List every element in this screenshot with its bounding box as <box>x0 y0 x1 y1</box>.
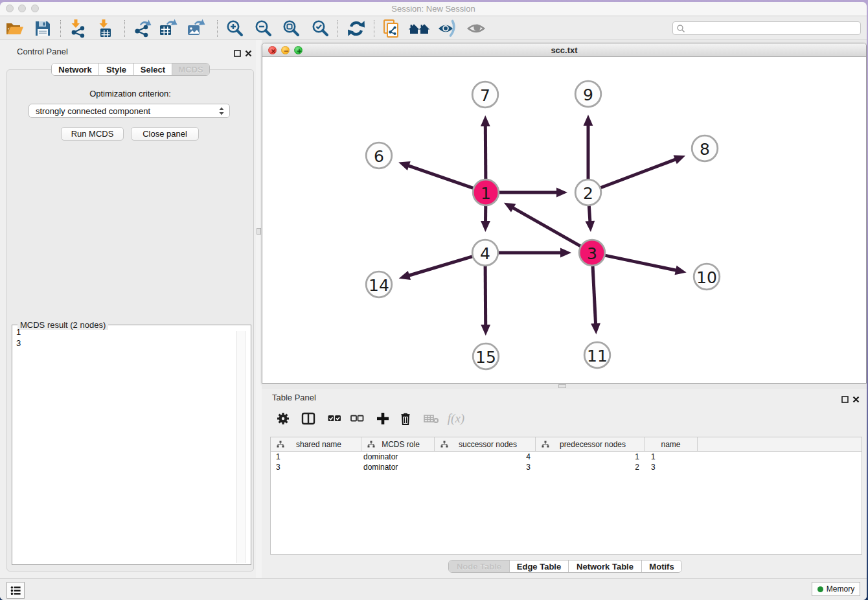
node-3[interactable]: 3 <box>579 240 605 266</box>
export-image-button[interactable] <box>185 17 207 40</box>
column-header-MCDS-role[interactable]: MCDS role <box>361 437 435 451</box>
cell-predecessor-nodes[interactable]: 1 <box>536 452 645 462</box>
export-network-button[interactable] <box>131 17 154 40</box>
splitter-grip[interactable] <box>257 228 261 235</box>
node-label: 7 <box>480 86 490 105</box>
automation-panel-button[interactable] <box>6 582 25 599</box>
control-panel-title: Control Panel <box>17 47 68 56</box>
vertical-splitter[interactable] <box>256 40 262 578</box>
open-session-button[interactable] <box>3 17 25 40</box>
cell-MCDS-role[interactable]: dominator <box>361 452 435 462</box>
edge-2-3[interactable] <box>585 205 595 232</box>
cell-name[interactable]: 3 <box>645 462 698 472</box>
delete-table-button[interactable] <box>420 408 442 430</box>
close-icon <box>852 396 860 403</box>
tab-motifs[interactable]: Motifs <box>641 560 681 572</box>
cell-predecessor-nodes[interactable]: 2 <box>536 462 645 472</box>
edge-3-1[interactable] <box>504 203 582 247</box>
node-10[interactable]: 10 <box>694 264 720 290</box>
node-4[interactable]: 4 <box>472 240 498 266</box>
search-box[interactable] <box>672 21 861 35</box>
edge-1-4[interactable] <box>481 205 490 232</box>
cell-shared-name[interactable]: 1 <box>271 452 361 462</box>
tab-mcds[interactable]: MCDS <box>172 63 209 75</box>
table-row[interactable]: 1dominator411 <box>271 452 862 462</box>
cell-name[interactable]: 1 <box>645 452 698 462</box>
edge-1-7[interactable] <box>481 115 490 180</box>
add-row-button[interactable] <box>372 408 394 430</box>
mcds-result-scrollbar[interactable] <box>236 331 246 563</box>
network-graph[interactable]: 1234678910111415 <box>262 57 866 383</box>
select-all-button[interactable] <box>323 408 345 430</box>
edge-2-9[interactable] <box>584 115 593 180</box>
node-7[interactable]: 7 <box>472 82 498 108</box>
node-6[interactable]: 6 <box>366 143 392 168</box>
import-table-button[interactable] <box>94 17 116 40</box>
edge-1-2[interactable] <box>498 188 567 198</box>
tab-network[interactable]: Network <box>52 63 98 75</box>
tab-edge-table[interactable]: Edge Table <box>509 560 568 572</box>
node-1[interactable]: 1 <box>473 179 499 205</box>
function-builder-button[interactable]: f(x) <box>443 408 469 430</box>
criterion-dropdown[interactable]: strongly connected component <box>29 104 230 118</box>
save-session-button[interactable] <box>32 17 54 40</box>
hide-selected-button[interactable] <box>437 17 459 40</box>
table-options-button[interactable] <box>272 408 294 430</box>
control-panel-close-button[interactable] <box>245 48 253 56</box>
delete-row-button[interactable] <box>394 408 417 430</box>
first-neighbors-button[interactable] <box>408 17 430 40</box>
column-header-predecessor-nodes[interactable]: predecessor nodes <box>536 437 645 451</box>
mcds-result-list[interactable]: 13 <box>14 327 240 563</box>
cell-successor-nodes[interactable]: 3 <box>435 462 536 472</box>
run-mcds-button[interactable]: Run MCDS <box>61 127 124 141</box>
column-header-shared-name[interactable]: shared name <box>271 437 361 451</box>
zoom-fit-button[interactable] <box>280 17 302 40</box>
control-panel-float-button[interactable] <box>234 48 242 56</box>
zoom-out-button[interactable] <box>252 17 274 40</box>
mcds-result-item: 1 <box>16 327 240 338</box>
node-9[interactable]: 9 <box>575 81 601 107</box>
tab-style[interactable]: Style <box>98 63 133 75</box>
edge-4-3[interactable] <box>497 248 571 258</box>
import-network-button[interactable] <box>66 17 88 40</box>
import-table-icon <box>95 19 115 38</box>
export-image-icon <box>185 18 206 39</box>
column-header-successor-nodes[interactable]: successor nodes <box>435 437 536 451</box>
column-header-name[interactable]: name <box>645 437 698 451</box>
node-8[interactable]: 8 <box>692 135 718 161</box>
show-columns-button[interactable] <box>297 408 319 430</box>
node-14[interactable]: 14 <box>366 271 392 297</box>
edge-4-14[interactable] <box>399 256 474 280</box>
table-row[interactable]: 3dominator323 <box>271 462 862 472</box>
edge-1-6[interactable] <box>398 161 474 189</box>
table-panel-float-button[interactable] <box>841 394 849 402</box>
memory-button[interactable]: Memory <box>812 582 860 596</box>
cell-successor-nodes[interactable]: 4 <box>435 452 536 462</box>
node-label: 1 <box>481 184 491 203</box>
edge-3-11[interactable] <box>591 265 600 334</box>
tab-network-table[interactable]: Network Table <box>568 560 641 572</box>
deselect-all-button[interactable] <box>346 408 368 430</box>
tab-node-table[interactable]: Node Table <box>449 560 509 572</box>
zoom-in-button[interactable] <box>223 17 246 40</box>
apply-layout-button[interactable] <box>345 17 367 40</box>
tab-select[interactable]: Select <box>133 63 172 75</box>
search-input[interactable] <box>685 24 860 33</box>
zoom-selected-button[interactable] <box>309 17 331 40</box>
table-panel-close-button[interactable] <box>852 394 860 402</box>
cell-MCDS-role[interactable]: dominator <box>361 462 435 472</box>
splitter-grip[interactable] <box>558 384 566 388</box>
edge-4-15[interactable] <box>481 265 490 336</box>
network-canvas[interactable]: 1234678910111415 <box>262 57 866 383</box>
cell-shared-name[interactable]: 3 <box>271 462 361 472</box>
node-2[interactable]: 2 <box>575 179 601 205</box>
edge-3-10[interactable] <box>604 255 687 275</box>
network-from-selection-button[interactable] <box>380 17 402 40</box>
show-all-button[interactable] <box>465 17 487 40</box>
edge-2-8[interactable] <box>600 155 685 188</box>
close-panel-button[interactable]: Close panel <box>131 127 199 141</box>
node-15[interactable]: 15 <box>473 343 499 369</box>
export-table-button[interactable] <box>157 17 179 40</box>
horizontal-splitter[interactable] <box>262 384 867 389</box>
node-11[interactable]: 11 <box>584 342 610 368</box>
